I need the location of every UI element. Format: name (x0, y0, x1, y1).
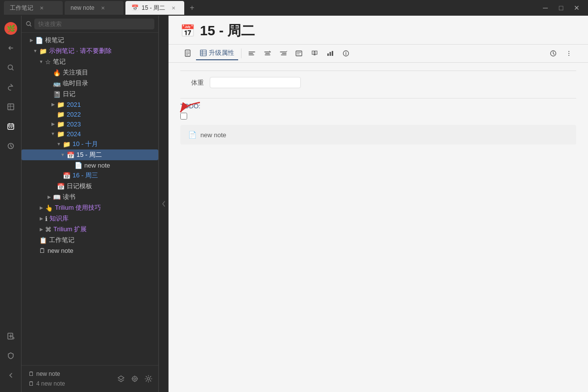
tab-add-button[interactable]: + (186, 2, 198, 14)
diary-toggle[interactable] (45, 90, 53, 98)
tab-newnote-label: new note (71, 4, 95, 11)
sidebar-item-2022[interactable]: 📁 2022 (22, 109, 158, 119)
sidebar-item-day16[interactable]: 📅 16 - 周三 (22, 170, 158, 181)
sidebar-tips-label: Trilium 使用技巧 (55, 203, 101, 212)
icon-bar: 🌿 (0, 16, 22, 392)
svg-point-11 (134, 378, 136, 380)
sidebar-item-newnote-child[interactable]: 📄 new note (22, 160, 158, 170)
sidebar-item-example[interactable]: ▼ 📁 示例笔记 · 请不要删除 (22, 46, 158, 56)
toolbar-align-center-icon[interactable] (260, 47, 275, 60)
svg-rect-4 (8, 124, 14, 129)
day15-toggle[interactable]: ▼ (59, 151, 67, 159)
sidebar-notes-label: 笔记 (53, 57, 66, 66)
sidebar-item-diary[interactable]: 📓 日记 (22, 89, 158, 99)
sidebar-item-trilium-ext[interactable]: ▶ ⌘ Trilium 扩展 (22, 224, 158, 235)
nav-map-icon[interactable] (2, 98, 20, 116)
sidebar-collapse-button[interactable] (159, 16, 169, 392)
sidebar-item-diary-template[interactable]: 📅 日记模板 (22, 181, 158, 192)
knowledge-toggle[interactable]: ▶ (37, 215, 45, 222)
sidebar-item-2024[interactable]: ▼ 📁 2024 (22, 129, 158, 139)
toolbar-chart-icon[interactable] (323, 47, 338, 60)
search-input[interactable] (34, 19, 154, 29)
ext-toggle[interactable]: ▶ (37, 225, 45, 233)
nav-search-icon[interactable] (2, 59, 20, 76)
nav-history-icon[interactable] (2, 137, 20, 155)
toolbar-history-icon[interactable] (546, 47, 561, 60)
sidebar-footer-subnote[interactable]: 🗒 4 new note (25, 379, 113, 388)
sidebar-item-day15[interactable]: ▼ 📅 15 - 周二 (22, 149, 158, 160)
svg-rect-6 (11, 127, 12, 128)
sidebar-item-2021[interactable]: ▶ 📁 2021 (22, 99, 158, 109)
sidebar-watched-label: 关注项目 (63, 68, 88, 77)
sidebar-item-watched[interactable]: 🔥 关注项目 (22, 67, 158, 78)
oct-toggle[interactable]: ▼ (55, 140, 63, 148)
sidebar-diary-template-label: 日记模板 (67, 182, 92, 191)
tips-toggle[interactable]: ▶ (37, 204, 45, 212)
svg-text:🌿: 🌿 (6, 24, 15, 33)
footer-layers-icon[interactable] (115, 373, 127, 385)
y2024-toggle[interactable]: ▼ (49, 130, 57, 138)
sidebar-item-knowledge[interactable]: ▶ ℹ 知识库 (22, 213, 158, 224)
sidebar-item-oct[interactable]: ▼ 📁 10 - 十月 (22, 139, 158, 149)
sidebar-footer-sublabel: 4 new note (36, 380, 65, 387)
tab-newnote[interactable]: new note ✕ (65, 1, 123, 15)
sidebar-2022-label: 2022 (67, 111, 81, 118)
tab-15tue[interactable]: 📅 15 - 周二 ✕ (125, 1, 184, 15)
nav-collapse-icon[interactable] (2, 367, 20, 384)
svg-rect-17 (330, 52, 331, 56)
tab-15tue-close[interactable]: ✕ (170, 4, 177, 11)
note-title-icon: 📅 (180, 24, 195, 38)
svg-rect-3 (8, 104, 14, 110)
close-button[interactable]: ✕ (569, 2, 584, 14)
diary-book-icon: 📓 (53, 91, 61, 98)
toolbar-align-right-icon[interactable] (276, 47, 291, 60)
oct-folder-icon: 📁 (63, 141, 71, 148)
example-folder-icon: 📁 (39, 48, 47, 55)
property-value-weight[interactable] (210, 77, 301, 88)
subnote-item-newnote[interactable]: 📄 new note (188, 131, 568, 139)
tab-worklog[interactable]: 工作笔记 ✕ (4, 1, 63, 15)
nav-addnote-icon[interactable] (2, 327, 20, 345)
nav-back-icon[interactable] (2, 39, 20, 57)
maximize-button[interactable]: □ (554, 2, 568, 14)
toolbar-book-icon[interactable] (307, 47, 322, 60)
notes-toggle[interactable]: ▼ (37, 58, 45, 66)
ext-cmd-icon: ⌘ (45, 226, 51, 233)
root-toggle-icon[interactable]: ▶ (27, 36, 35, 44)
todo-label: TODO: (180, 102, 576, 110)
sidebar-footer-newnote[interactable]: 🗒 new note (25, 369, 113, 378)
sidebar-worklog-label: 工作笔记 (49, 236, 74, 245)
toolbar-justify-icon[interactable] (292, 47, 306, 60)
sidebar-footer-label: new note (36, 370, 60, 377)
nav-share-icon[interactable] (2, 78, 20, 96)
reading-toggle[interactable]: ▶ (45, 193, 53, 201)
toolbar-align-left-icon[interactable] (245, 47, 259, 60)
sidebar-item-notes[interactable]: ▼ ☆ 笔记 (22, 56, 158, 67)
example-toggle[interactable]: ▼ (31, 47, 39, 55)
tab-worklog-close[interactable]: ✕ (38, 4, 45, 11)
watched-toggle (45, 69, 53, 76)
sidebar-item-reading[interactable]: ▶ 📖 读书 (22, 192, 158, 202)
y2023-toggle[interactable]: ▶ (49, 120, 57, 128)
toolbar-tab-properties[interactable]: 升级属性 (196, 47, 238, 60)
svg-rect-16 (327, 53, 329, 56)
toolbar-info-icon[interactable] (339, 47, 353, 60)
sidebar-item-root[interactable]: ▶ 📄 根笔记 (22, 35, 158, 46)
toolbar-page-icon[interactable] (180, 47, 195, 60)
footer-target-icon[interactable] (129, 373, 141, 385)
minimize-button[interactable]: ─ (538, 2, 553, 14)
nav-shield-icon[interactable] (2, 347, 20, 365)
todo-checkbox[interactable] (180, 113, 187, 120)
sidebar-item-newnote-root[interactable]: 🗒 new note (22, 245, 158, 255)
subnote-doc-icon: 📄 (188, 131, 196, 139)
sidebar-item-2023[interactable]: ▶ 📁 2023 (22, 119, 158, 129)
tab-newnote-close[interactable]: ✕ (99, 4, 106, 11)
sidebar-item-trilium-tips[interactable]: ▶ 👆 Trilium 使用技巧 (22, 202, 158, 213)
footer-settings-icon[interactable] (143, 373, 154, 385)
y2021-toggle[interactable]: ▶ (49, 100, 57, 108)
toolbar-more-icon[interactable] (562, 47, 576, 60)
sidebar-item-tempdir[interactable]: 🚌 临时目录 (22, 78, 158, 89)
svg-point-12 (147, 378, 150, 380)
sidebar-item-worklog[interactable]: 📋 工作笔记 (22, 235, 158, 245)
nav-calendar-icon[interactable] (2, 118, 20, 135)
